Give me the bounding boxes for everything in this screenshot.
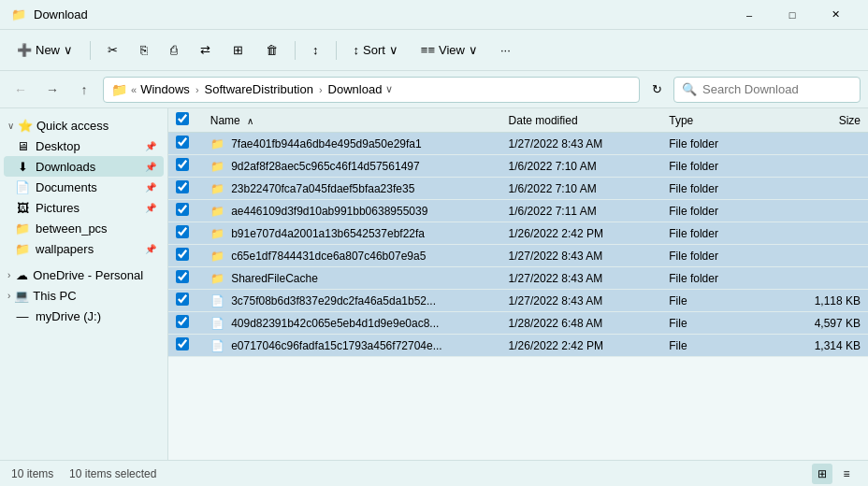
breadcrumb-dropdown-button[interactable]: ∨ — [385, 83, 393, 95]
file-table: Name ∧ Date modified Type Size 📁 7fae401… — [168, 108, 868, 357]
paste-button[interactable]: ⎙ — [161, 36, 187, 65]
more-button[interactable]: ··· — [491, 36, 520, 65]
file-icon: 📁 — [210, 160, 224, 173]
sidebar-item-mydrive[interactable]: — myDrive (J:) — [4, 306, 164, 326]
file-name: c65e1df7844431dce6a807c46b07e9a5 — [231, 250, 426, 263]
row-checkbox[interactable] — [168, 267, 203, 290]
table-row[interactable]: 📄 409d82391b42c065e5eb4d1d9e9e0ac8... 1/… — [168, 312, 868, 335]
table-row[interactable]: 📁 7fae401fb944a6db4e495d9a50e29fa1 1/27/… — [168, 133, 868, 155]
view-button[interactable]: ≡≡ View ∨ — [412, 36, 487, 65]
row-name: 📁 ae446109d3f9d10ab991bb0638955039 — [203, 200, 501, 222]
sidebar-item-pictures[interactable]: 🖼 Pictures 📌 — [4, 197, 164, 218]
breadcrumb[interactable]: 📁 « Windows › SoftwareDistribution › Dow… — [103, 77, 640, 103]
header-type[interactable]: Type — [661, 108, 776, 133]
status-bar: 10 items 10 items selected ⊞ ≡ — [0, 460, 868, 486]
row-name: 📁 c65e1df7844431dce6a807c46b07e9a5 — [203, 245, 501, 267]
sidebar-item-downloads[interactable]: ⬇ Downloads 📌 — [4, 156, 164, 177]
row-date: 1/6/2022 7:10 AM — [501, 178, 662, 200]
table-row[interactable]: 📁 23b22470fca7a045fdaef5bfaa23fe35 1/6/2… — [168, 178, 868, 200]
row-checkbox[interactable] — [168, 335, 203, 357]
sidebar-item-between-pcs[interactable]: 📁 between_pcs — [4, 218, 164, 238]
row-date: 1/26/2022 2:42 PM — [501, 222, 662, 245]
back-button[interactable]: ← — [7, 77, 34, 103]
quick-access-header[interactable]: ∨ ⭐ Quick access — [0, 116, 167, 136]
row-date: 1/27/2022 8:43 AM — [501, 245, 662, 267]
sidebar-item-documents[interactable]: 📄 Documents 📌 — [4, 177, 164, 197]
sort-button[interactable]: ↕ Sort ∨ — [344, 36, 408, 65]
table-row[interactable]: 📄 3c75f08b6d3f837e29dc2fa46a5da1b52... 1… — [168, 290, 868, 312]
row-checkbox[interactable] — [168, 222, 203, 245]
header-name[interactable]: Name ∧ — [203, 108, 501, 133]
new-chevron: ∨ — [64, 43, 73, 57]
table-row[interactable]: 📄 e0717046c96fadfa15c1793a456f72704e... … — [168, 335, 868, 357]
up-button[interactable]: ↑ — [71, 77, 97, 103]
row-name: 📄 409d82391b42c065e5eb4d1d9e9e0ac8... — [203, 312, 501, 335]
title-bar-left: 📁 Download — [11, 7, 88, 21]
breadcrumb-softwaredist: SoftwareDistribution — [205, 82, 313, 96]
status-left: 10 items 10 items selected — [11, 467, 156, 480]
table-row[interactable]: 📁 9d2af8f28aec5c965c46f14d57561497 1/6/2… — [168, 155, 868, 178]
row-checkbox[interactable] — [168, 178, 203, 200]
title-text: Download — [34, 7, 88, 21]
row-type: File — [661, 335, 776, 357]
maximize-button[interactable]: □ — [771, 0, 814, 30]
row-checkbox[interactable] — [168, 312, 203, 335]
row-checkbox[interactable] — [168, 245, 203, 267]
row-checkbox[interactable] — [168, 200, 203, 222]
address-bar: ← → ↑ 📁 « Windows › SoftwareDistribution… — [0, 71, 868, 108]
row-size — [776, 267, 868, 290]
rename-button[interactable]: ↕ — [303, 36, 328, 65]
header-size[interactable]: Size — [776, 108, 868, 133]
onedrive-header[interactable]: › ☁ OneDrive - Personal — [0, 264, 167, 285]
toolbar: ➕ New ∨ ✂ ⎘ ⎙ ⇄ ⊞ 🗑 ↕ ↕ Sort ∨ ≡≡ View ∨… — [0, 30, 868, 71]
table-row[interactable]: 📁 SharedFileCache 1/27/2022 8:43 AM File… — [168, 267, 868, 290]
title-icon: 📁 — [11, 7, 26, 21]
forward-button[interactable]: → — [39, 77, 65, 103]
row-type: File folder — [661, 222, 776, 245]
row-type: File — [661, 312, 776, 335]
new-button[interactable]: ➕ New ∨ — [7, 36, 82, 65]
file-icon: 📁 — [210, 137, 224, 150]
sidebar-item-desktop[interactable]: 🖥 Desktop 📌 — [4, 136, 164, 156]
row-date: 1/26/2022 2:42 PM — [501, 335, 662, 357]
grid-view-button[interactable]: ⊞ — [812, 464, 832, 484]
row-name: 📁 b91e707d4a2001a13b6542537ebf22fa — [203, 222, 501, 245]
row-name: 📁 SharedFileCache — [203, 267, 501, 290]
paste-icon: ⎙ — [170, 43, 178, 57]
move-button[interactable]: ⇄ — [191, 36, 220, 65]
row-date: 1/27/2022 8:43 AM — [501, 267, 662, 290]
minimize-button[interactable]: – — [728, 0, 771, 30]
table-row[interactable]: 📁 ae446109d3f9d10ab991bb0638955039 1/6/2… — [168, 200, 868, 222]
row-type: File folder — [661, 178, 776, 200]
row-date: 1/27/2022 8:43 AM — [501, 133, 662, 155]
copyto-button[interactable]: ⊞ — [224, 36, 253, 65]
file-name: 409d82391b42c065e5eb4d1d9e9e0ac8... — [231, 317, 439, 330]
refresh-button[interactable]: ↻ — [645, 79, 668, 101]
sidebar: ∨ ⭐ Quick access 🖥 Desktop 📌 ⬇ Downloads… — [0, 108, 168, 460]
downloads-pin: 📌 — [145, 162, 156, 172]
sort-chevron: ∨ — [389, 43, 398, 57]
row-checkbox[interactable] — [168, 133, 203, 155]
breadcrumb-windows: Windows — [140, 82, 190, 96]
table-row[interactable]: 📁 c65e1df7844431dce6a807c46b07e9a5 1/27/… — [168, 245, 868, 267]
row-name: 📁 7fae401fb944a6db4e495d9a50e29fa1 — [203, 133, 501, 155]
file-table-body: 📁 7fae401fb944a6db4e495d9a50e29fa1 1/27/… — [168, 133, 868, 357]
sidebar-item-wallpapers[interactable]: 📁 wallpapers 📌 — [4, 238, 164, 259]
row-checkbox[interactable] — [168, 290, 203, 312]
search-input[interactable] — [702, 82, 843, 96]
row-checkbox[interactable] — [168, 155, 203, 178]
file-name: b91e707d4a2001a13b6542537ebf22fa — [231, 227, 425, 240]
thispc-expand-chevron: › — [7, 291, 10, 301]
cut-button[interactable]: ✂ — [98, 36, 127, 65]
table-row[interactable]: 📁 b91e707d4a2001a13b6542537ebf22fa 1/26/… — [168, 222, 868, 245]
file-icon: 📁 — [210, 205, 224, 218]
header-checkbox[interactable] — [168, 108, 203, 133]
separator-1 — [90, 41, 91, 60]
copy-button[interactable]: ⎘ — [131, 36, 157, 65]
delete-button[interactable]: 🗑 — [256, 36, 287, 65]
header-date[interactable]: Date modified — [501, 108, 662, 133]
list-view-button[interactable]: ≡ — [836, 464, 857, 484]
close-button[interactable]: ✕ — [814, 0, 857, 30]
wallpapers-pin: 📌 — [145, 244, 156, 254]
thispc-header[interactable]: › 💻 This PC — [0, 285, 167, 306]
